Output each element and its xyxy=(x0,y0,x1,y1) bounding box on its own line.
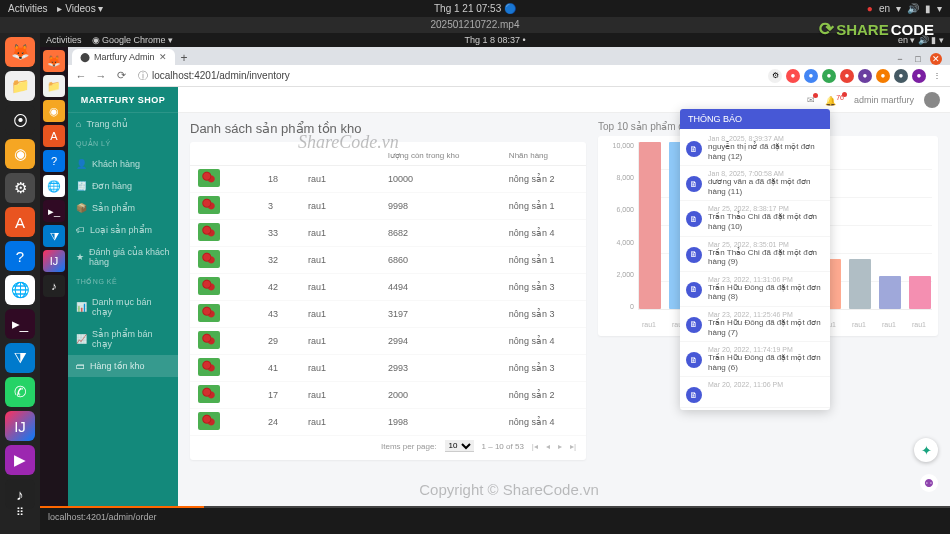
forward-icon[interactable]: → xyxy=(94,70,108,82)
power-icon[interactable]: ▾ xyxy=(937,3,942,14)
video-progress[interactable]: localhost:4201/admin/order xyxy=(40,506,950,534)
avatar[interactable] xyxy=(924,92,940,108)
inner-terminal-icon[interactable]: ▸_ xyxy=(43,200,65,222)
nav-products[interactable]: 📦Sản phẩm xyxy=(68,197,178,219)
table-row[interactable]: 33 rau1 8682 nông sản 4 xyxy=(190,220,586,247)
table-row[interactable]: 24 rau1 1998 nông sản 4 xyxy=(190,409,586,436)
tab-title: Martfury Admin xyxy=(94,52,155,62)
notif-ts: Mar 20, 2022, 11:74:19 PM xyxy=(708,346,824,353)
inner-firefox-icon[interactable]: 🦊 xyxy=(43,50,65,72)
files-icon[interactable]: 📁 xyxy=(5,71,35,101)
volume-icon[interactable]: 🔊 xyxy=(907,3,919,14)
user-name[interactable]: admin martfury xyxy=(854,95,914,105)
notif-item[interactable]: 🗎 Mar 20, 2022, 11:74:19 PM Trần Hữu Đôn… xyxy=(680,342,830,377)
table-row[interactable]: 32 rau1 6860 nông sản 1 xyxy=(190,247,586,274)
battery-icon[interactable]: ▮ xyxy=(925,3,931,14)
firefox-icon[interactable]: 🦊 xyxy=(5,37,35,67)
screen-rec-icon[interactable]: ● xyxy=(867,3,873,14)
browser-tab[interactable]: ⬤ Martfury Admin ✕ xyxy=(72,49,175,65)
pager-last-icon[interactable]: ▸| xyxy=(570,442,576,451)
software-icon[interactable]: A xyxy=(5,207,35,237)
cell-qty: 3 xyxy=(260,193,300,220)
notif-ts: Jan 8, 2025, 7:00:58 AM xyxy=(708,170,824,177)
site-info-icon[interactable]: ⓘ xyxy=(138,69,148,83)
inner-intellij-icon[interactable]: IJ xyxy=(43,250,65,272)
notif-item[interactable]: 🗎 Mar 25, 2022, 8:35:01 PM Trần Thảo Chi… xyxy=(680,237,830,272)
window-close-icon[interactable]: ✕ xyxy=(930,53,942,65)
notif-item[interactable]: 🗎 Mar 25, 2022, 8:38:17 PM Trần Thảo Chi… xyxy=(680,201,830,236)
chart-bar[interactable] xyxy=(879,276,901,309)
table-row[interactable]: 42 rau1 4494 nông sản 3 xyxy=(190,274,586,301)
window-max-icon[interactable]: □ xyxy=(912,53,924,65)
notif-item[interactable]: 🗎 Jan 8, 2025, 7:00:58 AM dương văn a đã… xyxy=(680,166,830,201)
cell-stock: 2000 xyxy=(380,382,501,409)
table-row[interactable]: 43 rau1 3197 nông sản 3 xyxy=(190,301,586,328)
notif-item[interactable]: 🗎 Jan 8, 2025, 8:39:37 AM nguyễn thị nở … xyxy=(680,131,830,166)
nav-orders[interactable]: 🧾Đơn hàng xyxy=(68,175,178,197)
table-row[interactable]: 3 rau1 9998 nông sản 1 xyxy=(190,193,586,220)
lang-indicator[interactable]: en xyxy=(879,3,890,14)
inner-app-menu[interactable]: ◉ Google Chrome ▾ xyxy=(92,35,174,45)
pager-next-icon[interactable]: ▸ xyxy=(558,442,562,451)
reload-icon[interactable]: ⟳ xyxy=(114,69,128,82)
terminal-icon[interactable]: ▸_ xyxy=(5,309,35,339)
cell-qty: 33 xyxy=(260,220,300,247)
col-vendor: Nhãn hàng xyxy=(501,146,586,166)
pager-size-select[interactable]: 10 xyxy=(445,440,474,452)
chart-bar[interactable] xyxy=(849,259,871,309)
inner-vscode-icon[interactable]: ⧩ xyxy=(43,225,65,247)
inner-activities[interactable]: Activities xyxy=(46,35,82,45)
chart-bar[interactable] xyxy=(639,142,661,309)
videos-menu[interactable]: ▸ Videos ▾ xyxy=(57,3,103,14)
pager-prev-icon[interactable]: ◂ xyxy=(546,442,550,451)
table-row[interactable]: 18 rau1 10000 nông sản 2 xyxy=(190,166,586,193)
bell-icon[interactable]: 🔔76 xyxy=(825,94,844,106)
outer-launcher: 🦊 📁 ⦿ ◉ ⚙ A ? 🌐 ▸_ ⧩ ✆ IJ ▶ ♪ ⠿ xyxy=(0,33,40,534)
vscode-icon[interactable]: ⧩ xyxy=(5,343,35,373)
nav-reviews[interactable]: ★Đánh giá của khách hàng xyxy=(68,241,178,273)
chrome-icon[interactable]: 🌐 xyxy=(5,275,35,305)
whatsapp-icon[interactable]: ✆ xyxy=(5,377,35,407)
table-row[interactable]: 17 rau1 2000 nông sản 2 xyxy=(190,382,586,409)
intellij-icon[interactable]: IJ xyxy=(5,411,35,441)
back-icon[interactable]: ← xyxy=(74,70,88,82)
activities-menu[interactable]: Activities xyxy=(8,3,47,14)
inner-rhythm-icon[interactable]: ◉ xyxy=(43,100,65,122)
inner-help-icon[interactable]: ? xyxy=(43,150,65,172)
nav-group-stats: THỐNG KÊ xyxy=(68,273,178,291)
inner-files-icon[interactable]: 📁 xyxy=(43,75,65,97)
notif-item[interactable]: 🗎 Mar 23, 2022, 11:25:46 PM Trần Hữu Đôn… xyxy=(680,307,830,342)
table-row[interactable]: 41 rau1 2993 nông sản 3 xyxy=(190,355,586,382)
notif-ts: Jan 8, 2025, 8:39:37 AM xyxy=(708,135,824,142)
nav-inventory[interactable]: 🗃Hàng tồn kho xyxy=(68,355,178,377)
nav-categories[interactable]: 🏷Loại sản phẩm xyxy=(68,219,178,241)
nav-best-prod[interactable]: 📈Sản phẩm bán chạy xyxy=(68,323,178,355)
rhythmbox-icon[interactable]: ◉ xyxy=(5,139,35,169)
url-input[interactable]: ⓘ localhost:4201/admin/inventory xyxy=(138,69,290,83)
pager-first-icon[interactable]: |◂ xyxy=(532,442,538,451)
mail-icon[interactable]: ✉ xyxy=(807,95,815,105)
window-min-icon[interactable]: − xyxy=(894,53,906,65)
video-player-icon[interactable]: ▶ xyxy=(5,445,35,475)
disk-icon[interactable]: ⦿ xyxy=(5,105,35,135)
help-icon[interactable]: ? xyxy=(5,241,35,271)
assist-float-icon[interactable]: ⚉ xyxy=(920,474,938,492)
pager-range: 1 – 10 of 53 xyxy=(482,442,524,451)
notif-item[interactable]: 🗎 Mar 20, 2022, 11:06 PM xyxy=(680,377,830,408)
network-icon[interactable]: ▾ xyxy=(896,3,901,14)
chart-bar[interactable] xyxy=(909,276,931,309)
tab-close-icon[interactable]: ✕ xyxy=(159,52,167,62)
new-tab-icon[interactable]: + xyxy=(175,51,194,65)
notif-item[interactable]: 🗎 Mar 23, 2022, 11:31:06 PM Trần Hữu Đôn… xyxy=(680,272,830,307)
inner-music-icon[interactable]: ♪ xyxy=(43,275,65,297)
table-row[interactable]: 29 rau1 2994 nông sản 4 xyxy=(190,328,586,355)
settings-icon[interactable]: ⚙ xyxy=(5,173,35,203)
nav-best-cat[interactable]: 📊Danh mục bán chạy xyxy=(68,291,178,323)
inner-sw-icon[interactable]: A xyxy=(43,125,65,147)
inner-chrome-icon[interactable]: 🌐 xyxy=(43,175,65,197)
show-apps-icon[interactable]: ⠿ xyxy=(6,498,34,526)
doc-icon: 🗎 xyxy=(686,387,702,403)
nav-home[interactable]: ⌂Trang chủ xyxy=(68,113,178,135)
chatgpt-float-icon[interactable]: ✦ xyxy=(914,438,938,462)
nav-customers[interactable]: 👤Khách hàng xyxy=(68,153,178,175)
